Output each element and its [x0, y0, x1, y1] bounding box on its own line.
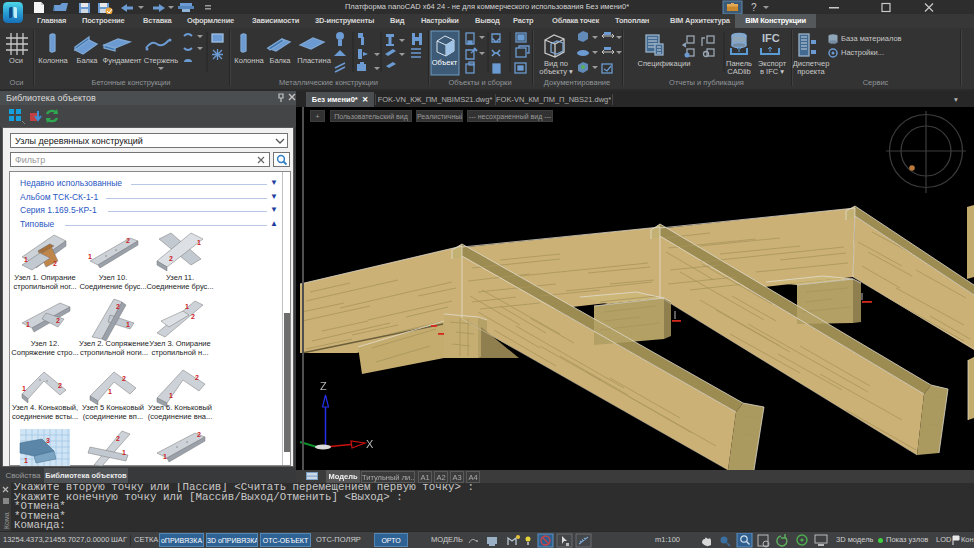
svg-text:2: 2: [126, 237, 130, 244]
svg-text:1: 1: [24, 256, 28, 263]
svg-text:2: 2: [116, 303, 120, 310]
svg-text:1: 1: [126, 321, 130, 328]
svg-text:2: 2: [116, 435, 120, 442]
svg-text:1: 1: [88, 253, 92, 260]
svg-text:2: 2: [195, 374, 199, 381]
svg-text:1: 1: [22, 385, 26, 392]
svg-text:2: 2: [56, 317, 60, 324]
svg-text:3: 3: [46, 437, 50, 444]
svg-text:1: 1: [197, 239, 201, 246]
svg-text:1: 1: [163, 453, 167, 460]
svg-text:2: 2: [169, 255, 173, 262]
svg-text:1: 1: [26, 321, 30, 328]
svg-text:X: X: [366, 438, 374, 450]
svg-text:Кома: Кома: [3, 512, 10, 529]
svg-text:1: 1: [169, 392, 173, 399]
svg-text:2: 2: [122, 375, 126, 382]
svg-text:1: 1: [108, 388, 112, 395]
svg-text:2: 2: [58, 382, 62, 389]
svg-text:IFC: IFC: [762, 32, 780, 44]
svg-text:2: 2: [53, 260, 57, 267]
svg-text:1: 1: [185, 303, 189, 310]
svg-text:1: 1: [122, 449, 126, 456]
svg-text:Z: Z: [320, 380, 327, 392]
svg-text:2: 2: [191, 313, 195, 320]
svg-text:2: 2: [197, 431, 201, 438]
svg-text:1: 1: [24, 457, 28, 464]
